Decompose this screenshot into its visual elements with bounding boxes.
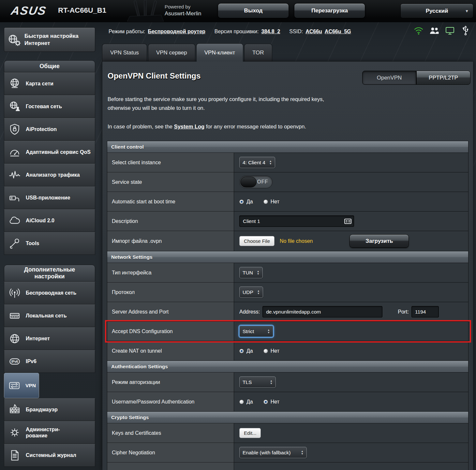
row-label: Create NAT on tunnel	[107, 341, 234, 360]
sidebar-item-administration[interactable]: Администри- рование	[4, 421, 95, 444]
sidebar-item-aicloud[interactable]: AiCloud 2.0	[4, 209, 95, 232]
upload-button[interactable]: Загрузить	[350, 234, 409, 248]
tab-vpn-server[interactable]: VPN сервер	[148, 44, 195, 62]
radio-icon	[263, 349, 268, 353]
row-label: Select client instance	[107, 153, 234, 172]
row-label: Тип интерфейса	[107, 263, 234, 282]
language-select[interactable]: Русский ▼	[400, 4, 473, 18]
autostart-yes-radio[interactable]: Да	[239, 199, 253, 205]
interface-type-row: Тип интерфейса TUN ▲▼	[107, 263, 468, 283]
radio-icon	[239, 199, 244, 204]
client-instance-select[interactable]: 4: Client 4 ▲▼	[239, 157, 275, 168]
description-input[interactable]	[239, 215, 354, 227]
interface-type-select[interactable]: TUN ▲▼	[239, 267, 263, 278]
row-label: Режим авторизации	[107, 373, 234, 392]
logout-button[interactable]: Выход	[218, 3, 289, 18]
sidebar-item-guest-network[interactable]: Гостевая сеть	[4, 95, 95, 118]
sidebar-item-aiprotection[interactable]: AiProtection	[4, 118, 95, 141]
traffic-analyzer-icon	[7, 168, 22, 182]
sidebar-item-qos[interactable]: Адаптивный сервис QoS	[4, 141, 95, 164]
nat-yes-radio[interactable]: Да	[239, 348, 253, 354]
syslog-icon	[7, 448, 22, 463]
asus-logo: ASUS	[10, 4, 47, 18]
service-state-toggle[interactable]: OFF	[239, 176, 273, 188]
intro-text: Before starting the service make sure yo…	[108, 95, 468, 112]
internet-icon	[7, 331, 22, 346]
accept-dns-select[interactable]: Strict ▲▼	[239, 326, 273, 337]
aicloud-icon	[7, 213, 22, 228]
sidebar-item-traffic-analyzer[interactable]: Анализатор трафика	[4, 164, 95, 186]
autostart-no-radio[interactable]: Нет	[263, 199, 279, 205]
row-label	[107, 463, 234, 470]
auth-mode-row: Режим авторизации TLS ▲▼	[107, 373, 468, 392]
usb-app-icon	[7, 191, 22, 205]
sidebar-item-tools[interactable]: Tools	[4, 232, 95, 255]
server-address-input[interactable]	[262, 306, 382, 317]
sidebar-item-network-map[interactable]: Карта сети	[4, 72, 95, 95]
vpn-client-panel: OpenVPN Client Settings OpenVPN PPTP/L2T…	[102, 61, 473, 470]
monitor-icon[interactable]	[445, 25, 455, 36]
userpass-no-radio[interactable]: Нет	[263, 399, 279, 405]
pptp-l2tp-tab-button[interactable]: PPTP/L2TP	[416, 71, 470, 85]
select-client-instance-row: Select client instance 4: Client 4 ▲▼	[107, 153, 468, 172]
sidebar-item-firewall[interactable]: Брандмауэр	[4, 398, 95, 421]
router-image-icon	[127, 0, 164, 22]
radio-icon	[239, 349, 244, 353]
wifi-icon[interactable]	[413, 25, 424, 36]
autostart-row: Automatic start at boot time Да Нет	[107, 192, 468, 212]
clients-icon[interactable]	[429, 25, 439, 36]
guest-network-icon	[7, 99, 22, 114]
problem-text: In case of problem, see the System Log f…	[108, 124, 468, 130]
aiprotection-icon	[7, 122, 22, 137]
keys-certificates-row: Keys and Certificates Edit...	[107, 423, 468, 443]
openvpn-tab-button[interactable]: OpenVPN	[362, 71, 416, 85]
reboot-button[interactable]: Перезагрузка	[294, 3, 365, 18]
sidebar-section-general: Общие	[4, 60, 95, 72]
sidebar-item-internet[interactable]: Интернет	[4, 327, 95, 350]
sidebar-item-quick-setup[interactable]: Быстрая настройка Интернет	[4, 27, 95, 52]
main-content: VPN Status VPN сервер VPN-клиент TOR Ope…	[102, 43, 473, 470]
server-port-input[interactable]	[411, 306, 439, 317]
sidebar-item-system-log[interactable]: Системный журнал	[4, 444, 95, 467]
select-arrows-icon: ▲▼	[301, 450, 304, 455]
tools-icon	[7, 236, 22, 251]
description-row: Description	[107, 212, 468, 231]
mode-label: Режим работы:	[109, 29, 145, 35]
powered-by: Powered by Asuswrt-Merlin	[165, 4, 201, 18]
select-arrows-icon: ▲▼	[267, 329, 270, 334]
toggle-knob	[240, 177, 257, 187]
protocol-select[interactable]: UDP ▲▼	[239, 286, 263, 298]
quick-setup-icon	[7, 33, 21, 47]
tab-vpn-client[interactable]: VPN-клиент	[196, 43, 243, 62]
section-header-client-control: Client control	[107, 141, 468, 153]
row-label: Keys and Certificates	[107, 423, 234, 443]
sidebar-item-lan[interactable]: Локальная сеть	[4, 304, 95, 327]
router-model: RT-AC66U_B1	[58, 6, 106, 15]
sidebar-item-ipv6[interactable]: IPv6 IPv6	[4, 350, 95, 373]
system-log-link[interactable]: System Log	[174, 124, 205, 129]
firmware-version-link[interactable]: 384.8_2	[261, 29, 280, 35]
ssid-5g-link[interactable]: AC66u_5G	[325, 29, 351, 35]
nat-no-radio[interactable]: Нет	[263, 348, 279, 354]
userpass-yes-radio[interactable]: Да	[239, 399, 253, 405]
usb-icon[interactable]	[460, 25, 471, 36]
sidebar-item-wireless[interactable]: Беспроводная сеть	[4, 282, 95, 304]
cipher-negotiation-select[interactable]: Enable (with fallback) ▲▼	[239, 447, 307, 458]
tab-vpn-status[interactable]: VPN Status	[102, 44, 147, 62]
edit-keys-button[interactable]: Edit...	[239, 428, 261, 438]
row-label: Server Address and Port	[107, 302, 234, 321]
auth-mode-select[interactable]: TLS ▲▼	[239, 376, 276, 388]
ssid-24g-link[interactable]: AC66u	[305, 29, 322, 35]
row-label: Cipher Negotiation	[107, 443, 234, 462]
tab-bar: VPN Status VPN сервер VPN-клиент TOR	[102, 43, 473, 62]
operation-mode-link[interactable]: Беспроводной роутер	[148, 29, 205, 35]
tab-tor[interactable]: TOR	[244, 44, 272, 62]
section-header-network-settings: Network Settings	[107, 251, 468, 263]
sidebar-item-vpn[interactable]: VPN	[4, 373, 39, 398]
sidebar: Быстрая настройка Интернет Общие Карта с…	[4, 27, 95, 467]
choose-file-button[interactable]: Choose File	[239, 236, 275, 246]
sidebar-item-usb-application[interactable]: USB-приложение	[4, 186, 95, 209]
chevron-down-icon: ▼	[465, 9, 469, 13]
contact-card-icon[interactable]	[344, 219, 351, 224]
select-arrows-icon: ▲▼	[269, 160, 272, 165]
